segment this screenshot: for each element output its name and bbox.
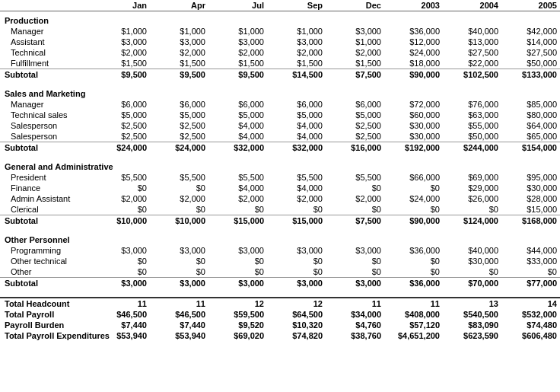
cell-value: $0 <box>267 204 326 215</box>
cell-value: $1,500 <box>208 58 267 69</box>
cell-value: $5,000 <box>326 110 384 120</box>
cell-value: $2,000 <box>208 193 267 204</box>
cell-value: $33,000 <box>501 256 560 266</box>
cell-value: $6,000 <box>150 99 208 110</box>
row-label: Salesperson <box>0 131 91 142</box>
section-title: General and Administrative <box>0 158 560 172</box>
cell-value: $0 <box>208 266 267 278</box>
total-value: $7,440 <box>91 320 150 330</box>
cell-value: $27,500 <box>443 47 501 58</box>
total-value: $4,760 <box>326 320 384 330</box>
row-label: Assistant <box>0 37 91 47</box>
total-row-headcount: Total Headcount1111121211111314 <box>0 298 560 309</box>
cell-value: $0 <box>384 266 443 278</box>
cell-value: $4,000 <box>267 131 326 142</box>
header-2004: 2004 <box>443 0 501 11</box>
cell-value: $69,000 <box>443 172 501 183</box>
cell-value: $2,000 <box>91 193 150 204</box>
subtotal-value: $14,500 <box>267 69 326 81</box>
cell-value: $76,000 <box>443 99 501 110</box>
subtotal-row: Subtotal$10,000$10,000$15,000$15,000$7,5… <box>0 215 560 227</box>
total-value: $46,500 <box>91 309 150 320</box>
cell-value: $2,500 <box>326 120 384 131</box>
data-row: Manager$1,000$1,000$1,000$1,000$3,000$36… <box>0 26 560 37</box>
cell-value: $0 <box>326 266 384 278</box>
subtotal-value: $133,000 <box>501 69 560 81</box>
subtotal-value: $16,000 <box>326 142 384 154</box>
section-header-row: Production <box>0 11 560 27</box>
cell-value: $2,000 <box>326 47 384 58</box>
cell-value: $0 <box>443 266 501 278</box>
cell-value: $4,000 <box>267 183 326 193</box>
data-row: Admin Assistant$2,000$2,000$2,000$2,000$… <box>0 193 560 204</box>
section-title: Other Personnel <box>0 231 560 245</box>
cell-value: $30,000 <box>501 183 560 193</box>
data-row: Assistant$3,000$3,000$3,000$3,000$1,000$… <box>0 37 560 47</box>
subtotal-label: Subtotal <box>0 278 91 289</box>
row-label: Manager <box>0 26 91 37</box>
cell-value: $2,000 <box>150 47 208 58</box>
cell-value: $2,000 <box>208 47 267 58</box>
cell-value: $60,000 <box>384 110 443 120</box>
total-label: Payroll Burden <box>0 320 91 330</box>
row-label: Finance <box>0 183 91 193</box>
cell-value: $50,000 <box>443 131 501 142</box>
total-row-burden: Payroll Burden$7,440$7,440$9,520$10,320$… <box>0 320 560 330</box>
subtotal-value: $24,000 <box>150 142 208 154</box>
cell-value: $0 <box>443 204 501 215</box>
cell-value: $3,000 <box>326 245 384 256</box>
row-label: Admin Assistant <box>0 193 91 204</box>
section-header-row: Other Personnel <box>0 231 560 245</box>
data-row: Other technical$0$0$0$0$0$0$30,000$33,00… <box>0 256 560 266</box>
total-value: 11 <box>150 298 208 309</box>
cell-value: $0 <box>208 204 267 215</box>
cell-value: $5,000 <box>150 110 208 120</box>
subtotal-value: $3,000 <box>150 278 208 289</box>
subtotal-value: $3,000 <box>208 278 267 289</box>
subtotal-value: $10,000 <box>91 215 150 227</box>
section-title: Production <box>0 11 560 27</box>
total-value: $38,760 <box>326 330 384 341</box>
cell-value: $0 <box>91 204 150 215</box>
cell-value: $5,000 <box>91 110 150 120</box>
cell-value: $18,000 <box>384 58 443 69</box>
cell-value: $28,000 <box>501 193 560 204</box>
cell-value: $4,000 <box>208 120 267 131</box>
total-label: Total Payroll <box>0 309 91 320</box>
total-value: $4,651,200 <box>384 330 443 341</box>
cell-value: $0 <box>150 183 208 193</box>
cell-value: $0 <box>91 256 150 266</box>
cell-value: $5,500 <box>208 172 267 183</box>
total-value: $408,000 <box>384 309 443 320</box>
cell-value: $1,000 <box>91 26 150 37</box>
cell-value: $0 <box>91 183 150 193</box>
cell-value: $0 <box>150 266 208 278</box>
subtotal-value: $24,000 <box>91 142 150 154</box>
cell-value: $0 <box>267 266 326 278</box>
cell-value: $1,000 <box>150 26 208 37</box>
total-value: $46,500 <box>150 309 208 320</box>
cell-value: $3,000 <box>150 245 208 256</box>
cell-value: $22,000 <box>443 58 501 69</box>
subtotal-label: Subtotal <box>0 142 91 154</box>
cell-value: $0 <box>150 204 208 215</box>
total-value: $623,590 <box>443 330 501 341</box>
subtotal-value: $32,000 <box>208 142 267 154</box>
header-2005: 2005 <box>501 0 560 11</box>
total-value: 12 <box>267 298 326 309</box>
cell-value: $1,500 <box>267 58 326 69</box>
section-title: Sales and Marketing <box>0 84 560 99</box>
data-row: Salesperson$2,500$2,500$4,000$4,000$2,50… <box>0 120 560 131</box>
total-label: Total Headcount <box>0 298 91 309</box>
cell-value: $6,000 <box>208 99 267 110</box>
subtotal-value: $168,000 <box>501 215 560 227</box>
cell-value: $26,000 <box>443 193 501 204</box>
total-value: 11 <box>384 298 443 309</box>
row-label: Other <box>0 266 91 278</box>
cell-value: $4,000 <box>208 183 267 193</box>
cell-value: $24,000 <box>384 193 443 204</box>
data-row: Other$0$0$0$0$0$0$0$0 <box>0 266 560 278</box>
cell-value: $72,000 <box>384 99 443 110</box>
total-value: $9,520 <box>208 320 267 330</box>
cell-value: $42,000 <box>501 26 560 37</box>
